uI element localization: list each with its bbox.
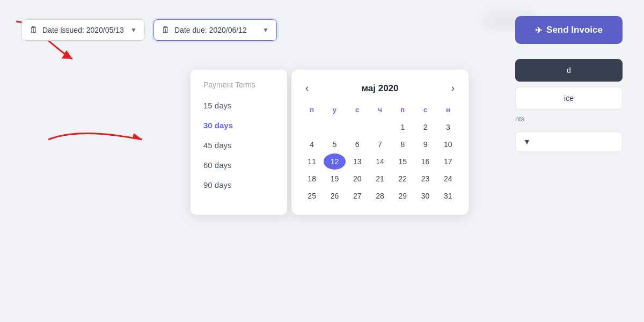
right-panel: d ice nts ▼ — [515, 59, 623, 152]
cal-day-19[interactable]: 19 — [324, 171, 345, 187]
send-invoice-label: Send Invoice — [546, 25, 603, 35]
calendar-picker: ‹ мај 2020 › п у с ч п с н 1 2 3 — [291, 70, 469, 215]
cal-day-empty — [301, 119, 323, 135]
calendar-icon-due: 🗓 — [162, 25, 170, 35]
cal-day-5[interactable]: 5 — [324, 136, 345, 152]
cal-day-28[interactable]: 28 — [369, 188, 391, 204]
cal-day-3[interactable]: 3 — [437, 119, 459, 135]
panel-btn-d[interactable]: d — [515, 59, 623, 82]
cal-day-15[interactable]: 15 — [392, 153, 413, 170]
cal-day-12[interactable]: 12 — [324, 153, 345, 170]
calendar-prev-button[interactable]: ‹ — [301, 80, 313, 96]
cal-day-18[interactable]: 18 — [301, 171, 323, 187]
calendar-month-title: мај 2020 — [361, 83, 398, 94]
cal-day-27[interactable]: 27 — [347, 188, 368, 204]
cal-day-29[interactable]: 29 — [392, 188, 413, 204]
cal-header-sat: с — [414, 104, 436, 118]
cal-day-7[interactable]: 7 — [369, 136, 391, 152]
cal-day-26[interactable]: 26 — [324, 188, 345, 204]
send-invoice-button[interactable]: ✈ Send Invoice — [515, 16, 623, 44]
main-area: 🗓 Date issued: 2020/05/13 ▼ 🗓 Date due: … — [0, 0, 644, 322]
cal-day-17[interactable]: 17 — [437, 153, 459, 170]
cal-header-thu: ч — [369, 104, 391, 118]
calendar-icon-issued: 🗓 — [30, 25, 38, 35]
calendar-header: ‹ мај 2020 › — [301, 80, 459, 96]
payment-terms-30[interactable]: 30 days — [191, 115, 287, 135]
cal-day-16[interactable]: 16 — [414, 153, 436, 170]
cal-day-8[interactable]: 8 — [392, 136, 413, 152]
cal-day-24[interactable]: 24 — [437, 171, 459, 187]
cal-day-1[interactable]: 1 — [392, 119, 413, 135]
send-icon: ✈ — [535, 25, 542, 35]
cal-day-31[interactable]: 31 — [437, 188, 459, 204]
top-bar: 🗓 Date issued: 2020/05/13 ▼ 🗓 Date due: … — [21, 16, 623, 44]
dropdown-calendar-container: Payment Terms 15 days 30 days 45 days 60… — [191, 70, 469, 215]
cal-day-25[interactable]: 25 — [301, 188, 323, 204]
cal-day-9[interactable]: 9 — [414, 136, 436, 152]
payment-terms-45[interactable]: 45 days — [191, 135, 287, 155]
chevron-down-icon-issued: ▼ — [130, 26, 137, 34]
cal-header-sun: н — [437, 104, 459, 118]
cal-day-30[interactable]: 30 — [414, 188, 436, 204]
cal-day-10[interactable]: 10 — [437, 136, 459, 152]
date-issued-field[interactable]: 🗓 Date issued: 2020/05/13 ▼ — [21, 19, 145, 41]
payment-terms-60[interactable]: 60 days — [191, 155, 287, 175]
cal-day-6[interactable]: 6 — [347, 136, 368, 152]
cal-header-mon: п — [301, 104, 323, 118]
cal-day-23[interactable]: 23 — [414, 171, 436, 187]
chevron-down-icon-panel: ▼ — [523, 137, 531, 146]
payment-terms-dropdown: Payment Terms 15 days 30 days 45 days 60… — [191, 70, 287, 215]
cal-day-empty — [369, 119, 391, 135]
cal-day-empty — [324, 119, 345, 135]
panel-btn-ice[interactable]: ice — [515, 87, 623, 109]
arrow-pointer-2 — [43, 123, 150, 156]
cal-day-4[interactable]: 4 — [301, 136, 323, 152]
calendar-grid: п у с ч п с н 1 2 3 4 5 6 7 8 — [301, 104, 459, 204]
cal-day-14[interactable]: 14 — [369, 153, 391, 170]
cal-header-wed: с — [347, 104, 368, 118]
panel-label-nts: nts — [515, 115, 623, 123]
cal-day-22[interactable]: 22 — [392, 171, 413, 187]
calendar-next-button[interactable]: › — [447, 80, 459, 96]
date-issued-value: Date issued: 2020/05/13 — [42, 26, 124, 34]
cal-header-tue: у — [324, 104, 345, 118]
date-due-value: Date due: 2020/06/12 — [174, 26, 247, 34]
payment-terms-90[interactable]: 90 days — [191, 175, 287, 195]
chevron-down-icon-due: ▼ — [262, 26, 269, 34]
date-due-field[interactable]: 🗓 Date due: 2020/06/12 ▼ — [153, 19, 277, 41]
cal-day-11[interactable]: 11 — [301, 153, 323, 170]
cal-header-fri: п — [392, 104, 413, 118]
panel-select-field[interactable]: ▼ — [515, 131, 623, 152]
cal-day-20[interactable]: 20 — [347, 171, 368, 187]
cal-day-13[interactable]: 13 — [347, 153, 368, 170]
payment-terms-15[interactable]: 15 days — [191, 96, 287, 115]
cal-day-21[interactable]: 21 — [369, 171, 391, 187]
payment-terms-title: Payment Terms — [191, 78, 287, 96]
cal-day-empty — [347, 119, 368, 135]
cal-day-2[interactable]: 2 — [414, 119, 436, 135]
